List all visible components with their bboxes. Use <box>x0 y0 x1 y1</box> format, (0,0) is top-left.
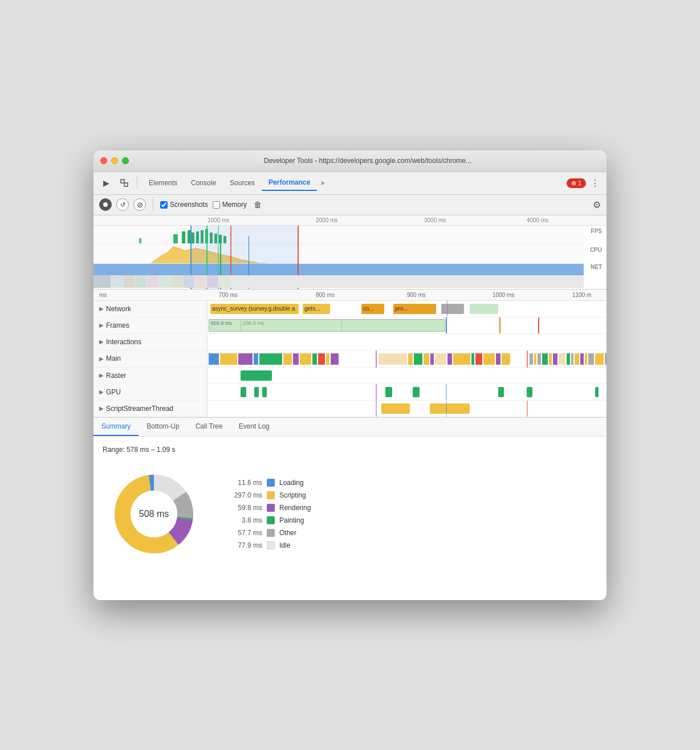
track-gpu: ▶ GPU <box>93 384 607 401</box>
settings-icon[interactable]: ⚙ <box>593 199 601 210</box>
legend-color-other <box>267 529 275 537</box>
memory-checkbox[interactable] <box>213 201 220 209</box>
svg-rect-45 <box>538 353 541 365</box>
maximize-button[interactable] <box>122 157 129 164</box>
network-bar-3: co... <box>361 304 384 314</box>
track-label-network[interactable]: ▶ Network <box>93 301 207 317</box>
tab-bottom-up[interactable]: Bottom-Up <box>139 418 187 436</box>
range-text: Range: 578 ms – 1.09 s <box>103 446 597 454</box>
timeline-overview[interactable]: 1000 ms 2000 ms 3000 ms 4000 ms FPS CPU … <box>93 215 607 290</box>
frames-red-tick <box>538 317 539 333</box>
screenshots-row <box>93 275 584 288</box>
network-bar-1: async_survey (survey.g.double a <box>210 304 299 314</box>
main-tabs: Elements Console Sources Performance » <box>142 175 564 191</box>
track-label-frames[interactable]: ▶ Frames <box>93 317 207 333</box>
memory-toggle[interactable]: Memory <box>213 201 247 209</box>
track-content-script-streamer <box>207 401 607 417</box>
close-button[interactable] <box>100 157 107 164</box>
track-name-script-streamer: ScriptStreamerThread <box>106 405 173 413</box>
timeline-ruler: 1000 ms 2000 ms 3000 ms 4000 ms <box>93 215 607 226</box>
svg-rect-56 <box>595 353 604 365</box>
svg-rect-28 <box>376 350 377 368</box>
inspect-icon[interactable] <box>116 175 132 191</box>
time-mark-800: 800 ms <box>316 292 335 298</box>
arrow-icon: ▶ <box>99 356 104 362</box>
gpu-bar-3 <box>262 387 267 397</box>
gpu-bar-2 <box>254 387 259 397</box>
screenshots-toggle[interactable]: Screenshots <box>160 201 208 209</box>
summary-legend: 11.6 ms Loading 297.0 ms Scripting 59.8 … <box>228 479 311 549</box>
svg-rect-31 <box>414 353 422 365</box>
gpu-bar-4 <box>385 387 392 397</box>
track-name-network: Network <box>106 305 131 313</box>
track-label-gpu[interactable]: ▶ GPU <box>93 384 207 400</box>
tab-elements[interactable]: Elements <box>142 176 184 190</box>
tab-more[interactable]: » <box>317 177 328 189</box>
traffic-lights <box>100 157 129 164</box>
ruler-mark-1000: 1000 ms <box>207 217 229 223</box>
more-options-icon[interactable]: ⋮ <box>588 176 602 190</box>
network-bar-label-1: async_survey (survey.g.double a <box>212 305 295 312</box>
clear-button[interactable]: ⊘ <box>133 198 146 211</box>
bottom-content: Range: 578 ms – 1.09 s <box>93 437 607 574</box>
legend-label-idle: Idle <box>279 541 290 549</box>
svg-rect-48 <box>553 353 557 365</box>
time-ruler-detail: ms 700 ms 800 ms 900 ms 1000 ms 1100 m <box>93 290 607 301</box>
track-label-interactions[interactable]: ▶ Interactions <box>93 334 207 350</box>
legend-scripting: 297.0 ms Scripting <box>228 491 311 499</box>
svg-rect-19 <box>254 353 258 365</box>
track-main: ▶ Main <box>93 350 607 368</box>
tab-sources[interactable]: Sources <box>223 176 262 190</box>
svg-rect-24 <box>312 353 317 365</box>
tab-summary[interactable]: Summary <box>93 418 139 436</box>
legend-idle: 77.9 ms Idle <box>228 541 311 549</box>
gpu-bar-8 <box>595 387 599 397</box>
legend-color-idle <box>267 541 275 549</box>
track-label-script-streamer[interactable]: ▶ ScriptStreamerThread <box>93 401 207 417</box>
svg-rect-22 <box>293 353 299 365</box>
tab-call-tree[interactable]: Call Tree <box>188 418 231 436</box>
record-button[interactable] <box>99 198 112 211</box>
legend-ms-idle: 77.9 ms <box>228 541 262 549</box>
pointer-icon[interactable]: ▶ <box>98 175 114 191</box>
svg-rect-4 <box>182 231 185 244</box>
trash-icon[interactable]: 🗑 <box>254 200 262 209</box>
legend-color-rendering <box>267 504 275 512</box>
track-script-streamer: ▶ ScriptStreamerThread <box>93 401 607 417</box>
tab-performance[interactable]: Performance <box>262 175 317 191</box>
screenshots-label: Screenshots <box>170 201 208 209</box>
bottom-panel: Summary Bottom-Up Call Tree Event Log Ra… <box>93 418 607 600</box>
arrow-icon: ▶ <box>99 305 104 312</box>
track-content-main <box>207 350 607 368</box>
ruler-mark-2000: 2000 ms <box>316 217 337 223</box>
tab-console[interactable]: Console <box>184 176 223 190</box>
track-name-main: Main <box>106 354 121 362</box>
svg-rect-26 <box>326 353 329 365</box>
svg-rect-1 <box>124 183 128 186</box>
svg-rect-50 <box>567 353 570 365</box>
track-label-raster[interactable]: ▶ Raster <box>93 368 207 384</box>
screenshots-checkbox[interactable] <box>160 201 168 209</box>
track-frames: ▶ Frames 603.6 ms 206.0 ms <box>93 317 607 334</box>
gpu-bar-5 <box>413 387 420 397</box>
svg-rect-21 <box>283 353 292 365</box>
svg-rect-2 <box>139 238 141 244</box>
reload-button[interactable]: ↺ <box>116 198 129 211</box>
svg-rect-55 <box>588 353 594 365</box>
network-bar-5 <box>441 304 464 314</box>
streamer-red-line <box>527 401 528 417</box>
arrow-icon: ▶ <box>99 372 104 378</box>
legend-label-other: Other <box>279 529 296 537</box>
network-bar-4: pro... <box>393 304 436 314</box>
gpu-bar-6 <box>498 387 504 397</box>
error-badge[interactable]: ⊗1 <box>567 178 586 188</box>
svg-rect-54 <box>585 353 587 365</box>
track-label-main[interactable]: ▶ Main <box>93 350 207 367</box>
net-label: NET <box>591 264 602 270</box>
fps-label: FPS <box>591 228 602 234</box>
track-name-raster: Raster <box>106 372 126 380</box>
network-bar-2: gets... <box>303 304 330 314</box>
minimize-button[interactable] <box>111 157 118 164</box>
svg-rect-40 <box>496 353 500 365</box>
tab-event-log[interactable]: Event Log <box>231 418 278 436</box>
